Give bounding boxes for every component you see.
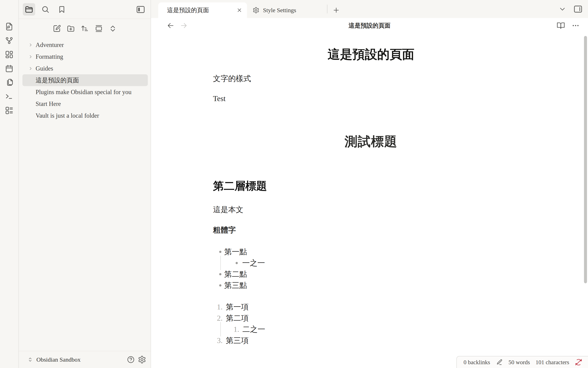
new-tab-plus-icon[interactable] <box>330 2 343 18</box>
sidebar-view-switcher <box>19 0 151 19</box>
list-item[interactable]: 1. 第一項 <box>213 301 529 313</box>
chevrons-up-down-icon[interactable] <box>27 356 34 363</box>
tab-bar-right-controls <box>558 0 583 18</box>
bullet-dot <box>236 262 238 264</box>
new-note-icon[interactable] <box>52 24 61 33</box>
list-item[interactable]: 一之一 <box>221 257 529 268</box>
chevron-right-icon <box>28 42 33 47</box>
list-item[interactable]: 第二點 <box>213 268 529 280</box>
inline-title[interactable]: 這是預設的頁面 <box>213 47 529 62</box>
status-bar: 0 backlinks 50 words 101 characters <box>456 356 588 368</box>
expand-right-sidebar-icon[interactable] <box>573 4 583 14</box>
scrollbar-thumb[interactable] <box>584 36 587 283</box>
tab-bar: 這是預設的頁面 Style Settings <box>151 0 588 18</box>
list-item-text: 第三項 <box>226 335 249 346</box>
folder-label: Guides <box>36 65 53 72</box>
view-header-actions <box>556 21 580 30</box>
chevron-right-icon <box>28 66 33 71</box>
left-sidebar: Adventurer Formatting Guides 這是預設的頁面 Plu… <box>19 0 151 368</box>
list-item-text: 第一項 <box>226 302 249 312</box>
vault-name[interactable]: Obsidian Sandbox <box>36 356 124 363</box>
list-number: 2. <box>213 314 223 322</box>
folder-label: Formatting <box>36 53 63 60</box>
list-item[interactable]: 3. 第三項 <box>213 335 529 346</box>
nested-ordered-list: 1. 二之一 <box>220 322 529 336</box>
heading-1[interactable]: 測試標題 <box>213 133 529 149</box>
list-item-text: 第一點 <box>224 247 247 257</box>
card-view-icon[interactable] <box>95 24 103 33</box>
files-tab-folder-icon[interactable] <box>23 3 35 16</box>
tab-title: Style Settings <box>263 7 296 14</box>
file-label: 這是預設的頁面 <box>36 76 79 84</box>
list-number: 3. <box>213 336 223 345</box>
file-label: Plugins make Obsidian special for you <box>36 89 132 96</box>
chevron-right-icon <box>28 54 33 59</box>
tab-default-page[interactable]: 這是預設的頁面 <box>158 2 247 18</box>
terminal-icon[interactable] <box>5 92 14 101</box>
tree-file-plugins[interactable]: Plugins make Obsidian special for you <box>22 86 148 98</box>
help-icon[interactable] <box>127 355 135 364</box>
file-label: Start Here <box>36 100 61 108</box>
file-label: Vault is just a local folder <box>36 112 99 119</box>
new-folder-icon[interactable] <box>66 24 75 33</box>
tree-file-start-here[interactable]: Start Here <box>22 98 148 110</box>
obsidian-window: Adventurer Formatting Guides 這是預設的頁面 Plu… <box>0 0 588 368</box>
tree-file-vault-folder[interactable]: Vault is just a local folder <box>22 110 148 121</box>
left-ribbon <box>0 0 19 368</box>
more-options-icon[interactable] <box>572 21 580 30</box>
ordered-list: 1. 第一項 2. 第二項 1. 二之一 3. <box>213 301 529 346</box>
search-icon[interactable] <box>39 3 52 16</box>
bullet-dot <box>219 273 221 275</box>
list-item[interactable]: 第三點 <box>213 280 529 291</box>
character-count: 101 characters <box>536 359 569 366</box>
list-item-text: 第二項 <box>226 313 249 323</box>
tab-list-chevron-down-icon[interactable] <box>558 5 566 13</box>
nested-bullet-list: 一之一 <box>220 256 529 270</box>
backlinks-count[interactable]: 0 backlinks <box>464 359 490 366</box>
bookmarks-icon[interactable] <box>56 3 68 16</box>
markdown-editor[interactable]: 這是預設的頁面 文字的樣式 Test 測試標題 第二層標題 這是本文 粗體字 第… <box>151 33 588 368</box>
list-item[interactable]: 1. 二之一 <box>221 324 529 335</box>
file-search-icon[interactable] <box>5 22 14 31</box>
layout-list-icon[interactable] <box>5 106 14 115</box>
workspace-main: 這是預設的頁面 Style Settings <box>151 0 588 368</box>
gear-icon <box>253 7 259 14</box>
list-item-text: 一之一 <box>242 258 265 268</box>
tab-divider <box>327 5 327 13</box>
collapse-all-icon[interactable] <box>108 24 117 33</box>
view-header: 這是預設的頁面 <box>151 18 588 33</box>
templates-copy-icon[interactable] <box>5 78 14 87</box>
bullet-dot <box>219 251 221 253</box>
list-number: 1. <box>229 325 239 334</box>
daily-note-calendar-icon[interactable] <box>5 64 14 73</box>
note-content: 這是預設的頁面 文字的樣式 Test 測試標題 第二層標題 這是本文 粗體字 第… <box>213 33 529 356</box>
paragraph-bold[interactable]: 粗體字 <box>213 225 529 235</box>
list-item-text: 二之一 <box>242 324 265 334</box>
tab-style-settings[interactable]: Style Settings <box>247 2 303 18</box>
close-tab-icon[interactable] <box>236 7 243 13</box>
reading-view-book-icon[interactable] <box>556 21 565 30</box>
file-explorer-toolbar <box>19 19 151 38</box>
heading-2[interactable]: 第二層標題 <box>213 179 529 193</box>
tree-file-default-page[interactable]: 這是預設的頁面 <box>22 74 148 86</box>
forward-arrow-icon[interactable] <box>180 22 188 29</box>
canvas-dashboard-icon[interactable] <box>5 50 14 59</box>
list-item-text: 第三點 <box>224 280 247 291</box>
word-count: 50 words <box>509 359 530 366</box>
sync-disabled-icon[interactable] <box>575 359 582 366</box>
graph-view-icon[interactable] <box>5 36 14 45</box>
paragraph[interactable]: 這是本文 <box>213 205 529 215</box>
sort-order-icon[interactable] <box>80 24 89 33</box>
vault-switcher-bar: Obsidian Sandbox <box>19 351 151 368</box>
collapse-left-sidebar-icon[interactable] <box>136 5 145 14</box>
tree-folder-formatting[interactable]: Formatting <box>22 51 148 63</box>
tree-folder-guides[interactable]: Guides <box>22 63 148 74</box>
bullet-dot <box>219 284 221 286</box>
edit-mode-pencil-icon[interactable] <box>496 359 503 366</box>
paragraph[interactable]: Test <box>213 93 529 103</box>
list-number: 1. <box>213 303 223 311</box>
back-arrow-icon[interactable] <box>167 22 175 29</box>
paragraph[interactable]: 文字的樣式 <box>213 74 529 83</box>
tree-folder-adventurer[interactable]: Adventurer <box>22 39 148 51</box>
settings-gear-icon[interactable] <box>138 355 146 364</box>
